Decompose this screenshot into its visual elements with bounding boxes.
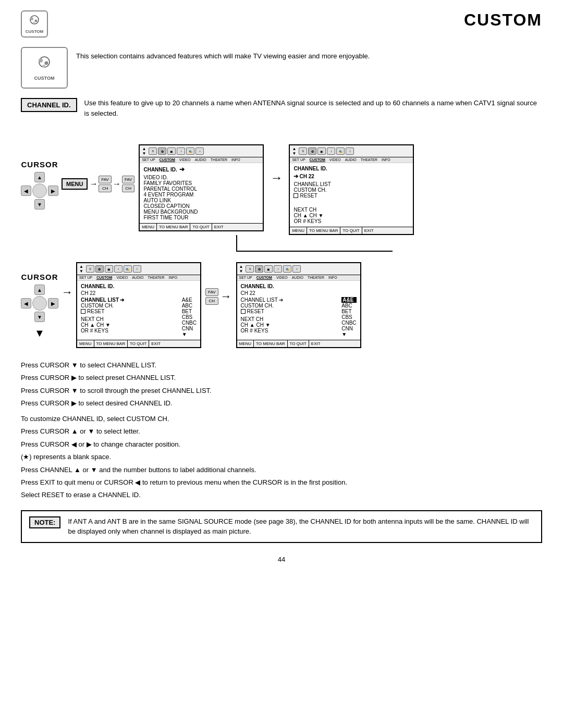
s1-tab-video: VIDEO bbox=[179, 158, 191, 162]
s4-footer-quit: TO QUIT bbox=[288, 340, 309, 347]
s3-video-icon: ▣ bbox=[105, 265, 113, 273]
cursor-nav-right: CURSOR ▲ ▼ ◀ ▶ ▼ bbox=[21, 273, 58, 339]
s2-tab-custom: CUSTOM bbox=[310, 158, 325, 162]
s4-chkeys: CH ▲ CH ▼ bbox=[241, 322, 338, 328]
s3-channel-list: CHANNEL LIST ➔ bbox=[81, 297, 178, 303]
s3-bet: BET bbox=[182, 309, 197, 314]
s4-reset: RESET bbox=[241, 309, 338, 314]
s1-tab-audio: AUDIO bbox=[195, 158, 206, 162]
screen4-footer: MENU TO MENU BAR TO QUIT EXIT bbox=[237, 340, 360, 347]
s3-custom-ch: CUSTOM CH. bbox=[81, 303, 178, 309]
s4-down: ▼ bbox=[341, 331, 356, 337]
s2-tab-video: VIDEO bbox=[329, 158, 341, 162]
s2-custom-icon: ✿ bbox=[308, 147, 316, 155]
s3-tab-setup: SET UP bbox=[79, 276, 92, 280]
s2-footer-menubar: TO MENU BAR bbox=[307, 227, 340, 234]
s2-tab-info: INFO bbox=[382, 158, 390, 162]
s3-footer-quit: TO QUIT bbox=[128, 340, 149, 347]
s4-custom-icon: ✿ bbox=[255, 265, 263, 273]
s4-ae-selected: A&E bbox=[341, 297, 356, 303]
s3-channel-id-title: CHANNEL ID. bbox=[81, 283, 197, 289]
s4-tab-video: VIDEO bbox=[276, 276, 288, 280]
s3-abc: ABC bbox=[182, 303, 197, 309]
intro-text: This selection contains advanced feature… bbox=[76, 47, 370, 61]
page-number: 44 bbox=[21, 556, 542, 563]
s2-custom-ch: CUSTOM CH. bbox=[293, 187, 409, 193]
channel-id-row: CHANNEL ID. Use this feature to give up … bbox=[21, 98, 542, 118]
s3-cnn: CNN bbox=[182, 326, 197, 331]
note-label: NOTE: bbox=[29, 516, 60, 528]
s2-channel-list: CHANNEL LIST bbox=[293, 181, 409, 187]
screen2-content: CHANNEL ID. ➔ CH 22 CHANNEL LIST CUSTOM … bbox=[290, 163, 413, 227]
s4-footer-exit: EXIT bbox=[309, 340, 323, 347]
fav-btn-2[interactable]: FAV bbox=[205, 288, 218, 296]
dpad-1: ▲ ▼ ◀ ▶ bbox=[21, 172, 58, 209]
fav-ch-1: FAV CH bbox=[99, 176, 112, 192]
vertical-connector-area bbox=[175, 235, 542, 252]
s2-footer-quit: TO QUIT bbox=[340, 227, 362, 234]
cursor-label-1: CURSOR bbox=[21, 160, 58, 169]
s4-tab-custom: CUSTOM bbox=[256, 276, 272, 280]
s3-chkeys: CH ▲ CH ▼ bbox=[81, 322, 178, 328]
menu-nav-left: MENU → FAV CH → FAV CH bbox=[62, 176, 137, 192]
desc-9: Press CHANNEL ▲ or ▼ and the number butt… bbox=[21, 464, 542, 475]
cursor-nav-left: CURSOR ▲ ▼ ◀ ▶ bbox=[21, 160, 58, 214]
s4-nextch: NEXT CH bbox=[241, 316, 338, 322]
s4-audio-icon: ♪ bbox=[274, 265, 282, 273]
s4-theater-icon: 🎭 bbox=[283, 265, 291, 273]
s3-down: ▼ bbox=[182, 331, 197, 337]
channel-id-desc: Use this feature to give up to 20 channe… bbox=[84, 98, 542, 118]
top-diagrams-area: CURSOR ▲ ▼ ◀ ▶ MENU → FAV CH → bbox=[21, 129, 542, 235]
fav-ch-arrow-2: FAV CH → bbox=[205, 288, 232, 305]
s1-tab-setup: SET UP bbox=[142, 158, 155, 162]
s1-info-icon: i bbox=[195, 147, 204, 155]
s1-tab-custom: CUSTOM bbox=[160, 158, 175, 162]
cursor-down-arrow: ▼ bbox=[34, 327, 45, 339]
arrow-dpad2-to-screen3: → bbox=[62, 286, 73, 299]
fav-btn-1[interactable]: FAV bbox=[99, 176, 112, 183]
s2-channel-id-title: CHANNEL ID. bbox=[293, 166, 409, 171]
svg-point-6 bbox=[45, 61, 48, 65]
note-box: NOTE: If ANT A and ANT B are in the same… bbox=[21, 510, 542, 543]
s1-video-icon: ▣ bbox=[167, 147, 176, 155]
s3-ae: A&E bbox=[182, 297, 197, 303]
menu-button-1[interactable]: MENU bbox=[62, 178, 88, 190]
s2-audio-icon: ♪ bbox=[327, 147, 335, 155]
s1-item-event: 4 EVENT PROGRAM bbox=[143, 192, 259, 198]
s2-tab-setup: SET UP bbox=[292, 158, 305, 162]
s3-custom-icon: ✿ bbox=[95, 265, 104, 273]
s3-reset: RESET bbox=[81, 309, 178, 314]
s3-footer-exit: EXIT bbox=[149, 340, 163, 347]
s1-item-autolink: AUTO LINK bbox=[143, 198, 259, 203]
desc-11: Select RESET to erase a CHANNEL ID. bbox=[21, 489, 542, 500]
ch-btn-1[interactable]: CH bbox=[99, 184, 112, 192]
s2-reset: RESET bbox=[293, 193, 409, 199]
arrow-fav-to-screen1: → bbox=[113, 179, 121, 189]
s4-cnbc: CNBC bbox=[341, 320, 356, 326]
s4-tab-setup: SET UP bbox=[239, 276, 252, 280]
s1-item-tour: FIRST TIME TOUR bbox=[143, 215, 259, 220]
s1-custom-icon: ✿ bbox=[158, 147, 166, 155]
s3-orkeys: OR # KEYS bbox=[81, 328, 178, 334]
header-custom-icon: CUSTOM bbox=[21, 10, 48, 38]
s1-footer-menu: MENU bbox=[140, 224, 157, 230]
s3-nextch: NEXT CH bbox=[81, 316, 178, 322]
ch-btn-2[interactable]: CH bbox=[205, 297, 218, 305]
page-title: CUSTOM bbox=[464, 10, 542, 30]
fav-btn-1b[interactable]: FAV bbox=[122, 176, 135, 183]
svg-point-7 bbox=[42, 65, 45, 68]
screen4-content: CHANNEL ID. CH 22 CHANNEL LIST ➔ CUSTOM … bbox=[237, 281, 360, 340]
s3-footer-menu: MENU bbox=[77, 340, 94, 347]
s3-ch22: CH 22 bbox=[81, 290, 197, 296]
s2-nextch: NEXT CH bbox=[293, 207, 409, 213]
s4-cnn: CNN bbox=[341, 326, 356, 331]
ch-btn-1b[interactable]: CH bbox=[122, 184, 135, 192]
desc-1: Press CURSOR ▼ to select CHANNEL LIST. bbox=[21, 360, 542, 371]
fav-ch-1b: FAV CH bbox=[122, 176, 135, 192]
screen3-topbar: ▲▼ S ✿ ▣ ♪ 🎭 i bbox=[77, 263, 200, 275]
s4-video-icon: ▣ bbox=[264, 265, 273, 273]
s4-cbs: CBS bbox=[341, 314, 356, 320]
s4-tab-info: INFO bbox=[328, 276, 337, 280]
s3-tab-video: VIDEO bbox=[116, 276, 128, 280]
s4-abc: ABC bbox=[341, 303, 356, 309]
